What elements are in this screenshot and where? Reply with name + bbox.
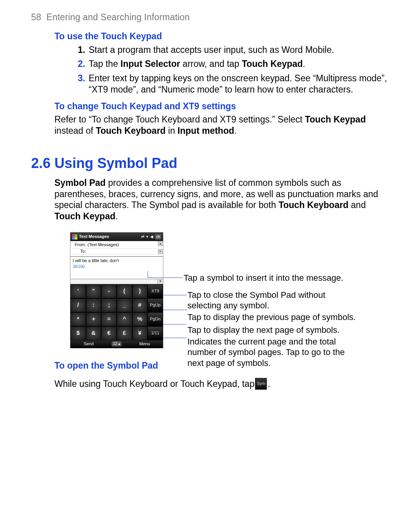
list-text: Enter text by tapping keys on the onscre… <box>89 73 389 95</box>
key-pgdn[interactable]: PgDn <box>147 312 163 326</box>
key-rparen[interactable]: ) <box>132 284 148 298</box>
chapter-title: Entering and Searching Information <box>46 12 190 22</box>
key-amp[interactable]: & <box>86 326 102 340</box>
key-semicolon[interactable]: ; <box>101 298 117 312</box>
ok-button[interactable]: ok <box>155 234 161 240</box>
key-lparen[interactable]: ( <box>117 284 132 298</box>
key-caret[interactable]: ^ <box>117 312 132 326</box>
dropdown-arrow-icon[interactable]: ▾ <box>158 279 163 284</box>
ordered-list-use-keypad: 1. Start a program that accepts user inp… <box>78 44 389 95</box>
key-pound[interactable]: £ <box>117 326 132 340</box>
titlebar-text: Text Messages <box>79 234 140 240</box>
status-icons: ⇄ ▾ ◀ <box>141 235 153 239</box>
list-text: Tap the Input Selector arrow, and tap To… <box>89 58 389 70</box>
char-counter: 30/160 <box>70 264 163 271</box>
sync-icon: ⇄ <box>141 235 144 239</box>
key-colon[interactable]: : <box>86 298 102 312</box>
key-percent[interactable]: % <box>132 312 148 326</box>
page-number: 58 <box>31 12 41 22</box>
sym-key-icon[interactable]: Sym <box>255 378 267 390</box>
titlebar: Text Messages ⇄ ▾ ◀ ok <box>70 233 163 241</box>
para-open-symbol-pad: While using Touch Keyboard or Touch Keyp… <box>54 378 389 390</box>
list-number: 2. <box>78 58 89 70</box>
callout-next: Tap to display the next page of symbols. <box>187 325 340 336</box>
key-plus[interactable]: + <box>86 312 102 326</box>
key-dollar[interactable]: $ <box>70 326 86 340</box>
list-number: 3. <box>78 73 89 95</box>
figure-symbol-pad: Text Messages ⇄ ▾ ◀ ok ▴ From: (Text Mes… <box>70 232 389 348</box>
para-symbol-pad: Symbol Pad provides a comprehensive list… <box>54 177 389 222</box>
callout-insert: Tap a symbol to insert it into the messa… <box>184 273 343 283</box>
page-header: 58 Entering and Searching Information <box>31 12 389 23</box>
key-star[interactable]: * <box>70 312 86 326</box>
input-selector-bar: ▾ <box>70 279 163 284</box>
signal-icon: ▾ <box>146 235 148 239</box>
message-header: From: (Text Messages) To: ≡ <box>70 241 163 255</box>
scroll-middle-icon[interactable]: ≡ <box>158 249 163 254</box>
key-pgup[interactable]: PgUp <box>147 298 163 312</box>
symbol-keypad: ' " - ( ) XT9 / : ; _ # PgUp * + = ^ % <box>70 284 163 340</box>
key-hash[interactable]: # <box>132 298 148 312</box>
windows-start-icon[interactable] <box>72 234 77 240</box>
key-xt9[interactable]: XT9 <box>147 284 163 298</box>
softkey-send[interactable]: Send <box>70 340 107 348</box>
list-item: 1. Start a program that accepts user inp… <box>78 44 389 56</box>
from-label: From: <box>72 242 86 248</box>
callout-prev: Tap to display the previous page of symb… <box>187 312 356 323</box>
scroll-up-icon[interactable]: ▴ <box>158 241 163 246</box>
key-yen[interactable]: ¥ <box>132 326 148 340</box>
from-value: (Text Messages) <box>88 242 161 248</box>
message-body[interactable]: I will be a little late, don't <box>70 257 163 264</box>
heading-change-settings: To change Touch Keypad and XT9 settings <box>54 101 389 112</box>
list-text: Start a program that accepts user input,… <box>89 44 389 56</box>
softkey-menu[interactable]: Menu <box>126 340 163 348</box>
volume-icon: ◀ <box>150 235 153 239</box>
key-equals[interactable]: = <box>101 312 117 326</box>
key-underscore[interactable]: _ <box>117 298 132 312</box>
phone-screenshot: Text Messages ⇄ ▾ ◀ ok ▴ From: (Text Mes… <box>70 232 163 348</box>
key-page-indicator[interactable]: 1/11 <box>147 326 163 340</box>
to-label: To: <box>72 249 86 254</box>
callout-page-indicator: Indicates the current page and the total… <box>187 336 351 369</box>
key-quote[interactable]: " <box>86 284 102 298</box>
softkey-input-mode[interactable]: 12 ▴ <box>107 340 126 348</box>
list-item: 2. Tap the Input Selector arrow, and tap… <box>78 58 389 70</box>
key-slash[interactable]: / <box>70 298 86 312</box>
section-heading-symbol-pad: 2.6 Using Symbol Pad <box>31 154 389 172</box>
heading-use-touch-keypad: To use the Touch Keypad <box>54 31 389 42</box>
softkey-bar: Send 12 ▴ Menu <box>70 340 163 348</box>
callout-close: Tap to close the Symbol Pad without sele… <box>187 290 343 311</box>
key-euro[interactable]: € <box>101 326 117 340</box>
key-dash[interactable]: - <box>101 284 117 298</box>
key-apostrophe[interactable]: ' <box>70 284 86 298</box>
list-number: 1. <box>78 44 89 56</box>
para-change-settings: Refer to “To change Touch Keyboard and X… <box>54 114 389 136</box>
list-item: 3. Enter text by tapping keys on the ons… <box>78 73 389 95</box>
